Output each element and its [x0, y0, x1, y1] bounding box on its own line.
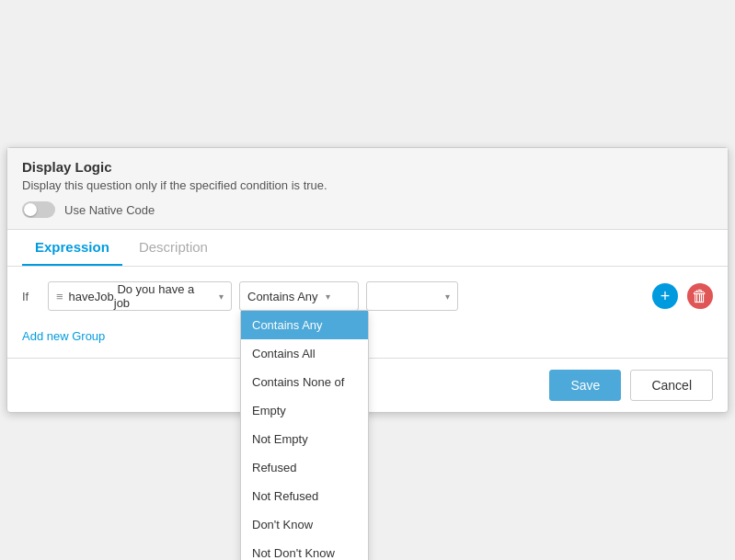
- question-id: haveJob: [69, 290, 114, 303]
- dropdown-item-contains-all[interactable]: Contains All: [241, 339, 368, 368]
- dropdown-item-contains-none[interactable]: Contains None of: [241, 368, 368, 396]
- condition-row: If ≡ haveJob Do you have a job ▾ Contain…: [22, 281, 713, 311]
- dropdown-item-contains-any[interactable]: Contains Any: [241, 311, 368, 339]
- dialog-header: Display Logic Display this question only…: [7, 148, 728, 230]
- save-button[interactable]: Save: [549, 370, 621, 401]
- dropdown-item-not-dont-know[interactable]: Not Don't Know: [241, 539, 368, 560]
- toggle-knob: [24, 203, 37, 216]
- cancel-button[interactable]: Cancel: [630, 370, 713, 401]
- native-code-label: Use Native Code: [64, 203, 155, 217]
- tabs-row: Expression Description: [7, 230, 728, 267]
- native-code-row: Use Native Code: [22, 201, 713, 218]
- dialog-body: If ≡ haveJob Do you have a job ▾ Contain…: [7, 267, 728, 358]
- native-code-toggle[interactable]: [22, 201, 55, 218]
- dropdown-item-refused[interactable]: Refused: [241, 453, 368, 482]
- add-new-group-link[interactable]: Add new Group: [22, 329, 105, 343]
- question-text: Do you have a job: [114, 282, 212, 310]
- display-logic-dialog: Display Logic Display this question only…: [6, 147, 729, 413]
- dialog-title: Display Logic: [22, 159, 713, 175]
- dialog-subtitle: Display this question only if the specif…: [22, 178, 713, 192]
- operator-dropdown: Contains Any Contains All Contains None …: [240, 310, 369, 560]
- operator-chevron-icon: ▾: [326, 291, 330, 302]
- dropdown-item-not-empty[interactable]: Not Empty: [241, 425, 368, 453]
- delete-condition-button[interactable]: 🗑: [687, 283, 713, 309]
- value-select[interactable]: ▾: [366, 281, 458, 311]
- dropdown-item-not-refused[interactable]: Not Refused: [241, 482, 368, 510]
- if-label: If: [22, 290, 40, 303]
- tab-expression[interactable]: Expression: [22, 230, 122, 266]
- value-chevron-icon: ▾: [445, 291, 450, 302]
- dropdown-item-dont-know[interactable]: Don't Know: [241, 510, 368, 539]
- tab-description[interactable]: Description: [126, 230, 221, 266]
- operator-select[interactable]: Contains Any ▾ Contains Any Contains All…: [239, 281, 359, 311]
- list-icon: ≡: [56, 290, 63, 303]
- question-select[interactable]: ≡ haveJob Do you have a job ▾: [48, 281, 232, 311]
- add-condition-button[interactable]: +: [652, 283, 678, 309]
- action-icons: + 🗑: [652, 283, 713, 309]
- operator-selected-text: Contains Any: [247, 290, 318, 303]
- dropdown-item-empty[interactable]: Empty: [241, 396, 368, 425]
- question-chevron-icon: ▾: [219, 291, 224, 302]
